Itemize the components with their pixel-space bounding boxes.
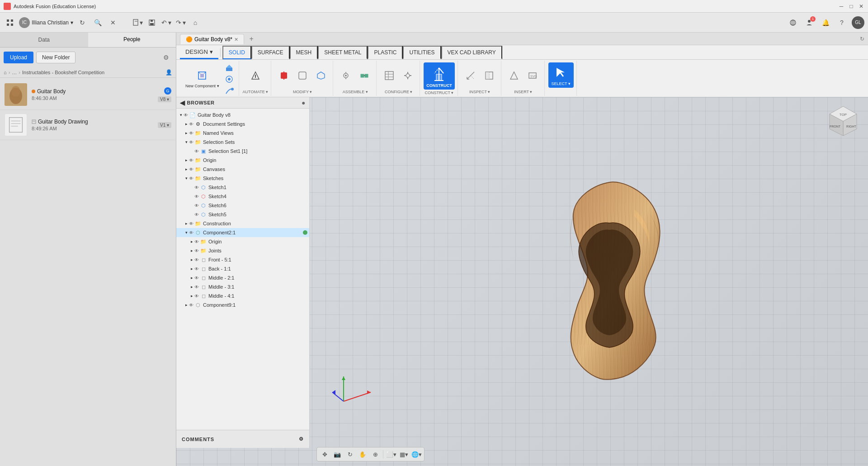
tree-node-sketch5[interactable]: ▸ 👁 ⬡ Sketch5 [176, 210, 309, 219]
breadcrumb-home[interactable]: ⌂ [4, 70, 7, 75]
new-component-button[interactable]: New Component ▾ [183, 69, 222, 90]
reload-tab-button[interactable]: ↻ [860, 36, 864, 42]
automate-button[interactable] [246, 68, 264, 83]
tree-node-middle4[interactable]: ▸ 👁 ◻ Middle - 4:1 [176, 291, 309, 300]
file-tab[interactable]: 🟠 Guitar Body v8* ✕ [180, 34, 244, 44]
redo-button[interactable]: ↷ ▾ [175, 16, 187, 29]
view-cube[interactable]: TOP RIGHT FRONT [825, 104, 861, 140]
tree-node-sketches[interactable]: ▾ 👁 📁 Sketches [176, 174, 309, 183]
maximize-button[interactable]: □ [848, 3, 854, 10]
tab-plastic[interactable]: PLASTIC [368, 46, 403, 59]
tree-node-canvases[interactable]: ▸ 👁 📁 Canvases [176, 165, 309, 174]
vis-icon[interactable]: 👁 [189, 221, 193, 226]
tree-node-selection-sets[interactable]: ▾ 👁 📁 Selection Sets [176, 138, 309, 147]
toggle-middle3[interactable]: ▸ [189, 284, 194, 290]
user-account-button[interactable]: 1 [803, 16, 816, 29]
construct-button[interactable]: CONSTRUCT [424, 62, 455, 90]
file-version[interactable]: V8 ▾ [158, 96, 171, 102]
tab-surface[interactable]: SURFACE [251, 46, 290, 59]
new-folder-button[interactable]: New Folder [36, 52, 75, 63]
tree-node-origin2[interactable]: ▸ 👁 📁 Origin [176, 237, 309, 246]
minimize-button[interactable]: ─ [838, 3, 844, 10]
help-button[interactable]: ? [835, 16, 848, 29]
close-button[interactable]: ✕ [858, 3, 864, 10]
breadcrumb-ellipsis[interactable]: … [12, 70, 17, 75]
vis-icon[interactable]: 👁 [189, 131, 193, 136]
new-file-button[interactable]: ▾ [131, 16, 144, 29]
vis-icon[interactable]: 👁 [194, 276, 199, 281]
search-button[interactable]: 🔍 [91, 16, 104, 29]
vis-icon[interactable]: 👁 [194, 294, 199, 299]
browser-collapse-button[interactable]: ● [302, 99, 306, 106]
undo-button[interactable]: ↶ ▾ [160, 16, 173, 29]
sweep-button[interactable] [222, 85, 236, 96]
grid-button[interactable]: ▦▾ [398, 448, 410, 460]
toggle-origin2[interactable]: ▸ [189, 239, 194, 244]
extrude-button[interactable] [222, 62, 236, 73]
display-mode-button[interactable]: ⬜▾ [385, 448, 397, 460]
viewport[interactable]: ◀ BROWSER ● ▾ 👁 📄 Guitar Body v8 [176, 97, 868, 466]
tree-node-origin[interactable]: ▸ 👁 📁 Origin [176, 156, 309, 165]
toggle-back[interactable]: ▸ [189, 266, 194, 271]
vis-icon[interactable]: 👁 [189, 140, 193, 145]
insert-svg-button[interactable]: SVG [524, 69, 542, 82]
fillet-button[interactable] [293, 69, 311, 82]
toggle-construction[interactable]: ▸ [184, 221, 189, 226]
select-button[interactable]: SELECT ▾ [548, 62, 574, 88]
design-button[interactable]: DESIGN ▾ [180, 45, 218, 59]
tree-node-sketch6[interactable]: ▸ 👁 ⬡ Sketch6 [176, 201, 309, 210]
breadcrumb-icon[interactable]: 👤 [165, 69, 172, 76]
close-file-tab[interactable]: ✕ [234, 37, 238, 43]
tree-node-doc-settings[interactable]: ▸ 👁 ⚙ Document Settings [176, 119, 309, 128]
vis-icon[interactable]: 👁 [189, 230, 193, 235]
vis-icon[interactable]: 👁 [194, 248, 199, 253]
toggle-middle4[interactable]: ▸ [189, 293, 194, 299]
refresh-button[interactable]: ↻ [76, 16, 89, 29]
environment-button[interactable]: 🌐▾ [410, 448, 422, 460]
tab-vex-cad[interactable]: VEX CAD LIBRARY [441, 46, 502, 59]
tab-people[interactable]: People [88, 33, 176, 47]
transform-button[interactable]: ✥ [319, 448, 330, 460]
vis-icon[interactable]: 👁 [189, 167, 193, 172]
new-joint-button[interactable] [337, 69, 355, 82]
file-item[interactable]: Guitar Body 8:46:30 AM G V8 ▾ [0, 80, 176, 110]
vis-icon[interactable]: 👁 [194, 203, 199, 208]
vis-icon[interactable]: 👁 [194, 266, 199, 271]
save-button[interactable] [146, 16, 158, 29]
revolve-button[interactable] [222, 74, 236, 85]
toggle-joints[interactable]: ▸ [189, 248, 194, 253]
vis-icon[interactable]: 👁 [189, 158, 193, 163]
panel-settings-button[interactable]: ⚙ [160, 51, 172, 64]
table-button[interactable] [380, 69, 398, 82]
vis-icon[interactable]: 👁 [189, 176, 193, 181]
toggle-sketches[interactable]: ▾ [184, 176, 189, 181]
measure-button[interactable] [462, 69, 480, 82]
toggle-canvases[interactable]: ▸ [184, 166, 189, 172]
section-analysis-button[interactable] [480, 69, 498, 82]
tree-node-selection-set1[interactable]: ▸ 👁 ▣ Selection Set1 [1] [176, 147, 309, 156]
tree-node-named-views[interactable]: ▸ 👁 📁 Named Views [176, 128, 309, 138]
vis-icon[interactable]: 👁 [194, 149, 199, 154]
toggle-origin[interactable]: ▸ [184, 157, 189, 163]
vis-icon[interactable]: 👁 [194, 239, 199, 244]
apps-grid-button[interactable] [4, 16, 16, 29]
tree-node-middle2[interactable]: ▸ 👁 ◻ Middle - 2:1 [176, 273, 309, 282]
breadcrumb-current[interactable]: Instructables - Bookshelf Competition [22, 70, 104, 75]
navbar-close-button[interactable]: ✕ [107, 16, 119, 29]
tab-mesh[interactable]: MESH [290, 46, 318, 59]
file-item[interactable]: Guitar Body Drawing 8:49:26 AM V1 ▾ [0, 110, 176, 140]
tree-node-joints[interactable]: ▸ 👁 📁 Joints [176, 246, 309, 255]
toggle-component2[interactable]: ▾ [184, 230, 189, 235]
vis-icon[interactable]: 👁 [189, 303, 193, 308]
insert-mesh-button[interactable] [505, 69, 523, 82]
vis-icon[interactable]: 👁 [189, 122, 193, 127]
pan-button[interactable]: ✋ [357, 448, 368, 460]
tree-node-component2[interactable]: ▾ 👁 ⬡ Component2:1 [176, 228, 309, 237]
account-avatar[interactable]: GL [852, 16, 864, 29]
vis-icon[interactable]: 👁 [194, 194, 199, 199]
toggle-selection-sets[interactable]: ▾ [184, 139, 189, 145]
vis-icon[interactable]: 👁 [194, 285, 199, 290]
shell-button[interactable] [312, 69, 330, 82]
online-button[interactable] [787, 16, 799, 29]
tree-node-component9[interactable]: ▸ 👁 ⬡ Component9:1 [176, 300, 309, 309]
